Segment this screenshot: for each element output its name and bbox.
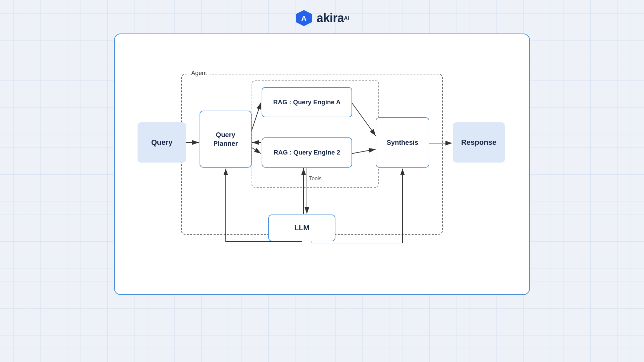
rag-engine-2-node: RAG : Query Engine 2 xyxy=(262,137,352,168)
synthesis-node: Synthesis xyxy=(376,117,429,168)
agent-label: Agent xyxy=(189,70,210,77)
query-node: Query xyxy=(138,122,186,163)
tools-label: Tools xyxy=(309,176,321,182)
response-node: Response xyxy=(453,122,505,163)
diagram: Agent Tools xyxy=(138,60,506,268)
header: A akiraAI xyxy=(295,0,349,34)
query-planner-node: Query Planner xyxy=(200,111,252,168)
akira-logo-icon: A xyxy=(295,9,313,27)
rag-engine-a-node: RAG : Query Engine A xyxy=(262,87,352,117)
svg-text:A: A xyxy=(301,14,307,22)
main-card: Agent Tools xyxy=(114,34,530,295)
llm-node: LLM xyxy=(268,215,335,241)
brand-name: akiraAI xyxy=(317,11,349,25)
